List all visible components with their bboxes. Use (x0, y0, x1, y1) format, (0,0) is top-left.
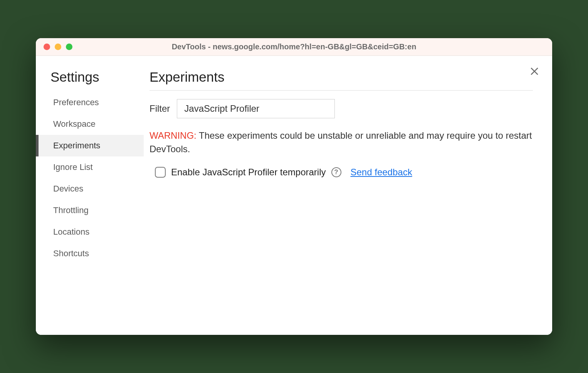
sidebar-item-experiments[interactable]: Experiments (36, 135, 144, 156)
settings-title: Settings (36, 69, 144, 92)
window-title: DevTools - news.google.com/home?hl=en-GB… (36, 42, 552, 51)
sidebar-item-ignore-list[interactable]: Ignore List (36, 156, 144, 178)
sidebar-item-locations[interactable]: Locations (36, 221, 144, 243)
filter-label: Filter (150, 103, 170, 114)
settings-sidebar: Settings Preferences Workspace Experimen… (36, 56, 144, 335)
sidebar-item-shortcuts[interactable]: Shortcuts (36, 243, 144, 264)
sidebar-item-devices[interactable]: Devices (36, 178, 144, 200)
experiment-checkbox[interactable] (155, 167, 166, 178)
sidebar-item-workspace[interactable]: Workspace (36, 113, 144, 135)
filter-input[interactable] (177, 99, 335, 118)
settings-content: Settings Preferences Workspace Experimen… (36, 56, 552, 335)
maximize-window-button[interactable] (66, 44, 72, 50)
sidebar-item-preferences[interactable]: Preferences (36, 92, 144, 113)
traffic-lights (44, 44, 72, 50)
devtools-window: DevTools - news.google.com/home?hl=en-GB… (36, 38, 552, 335)
send-feedback-link[interactable]: Send feedback (351, 167, 412, 178)
warning-message: WARNING: These experiments could be unst… (150, 129, 533, 156)
close-window-button[interactable] (44, 44, 50, 50)
warning-prefix: WARNING: (150, 130, 197, 141)
experiment-label: Enable JavaScript Profiler temporarily (171, 167, 326, 178)
experiment-row: Enable JavaScript Profiler temporarily ?… (150, 167, 533, 178)
page-heading: Experiments (150, 69, 533, 91)
filter-row: Filter (150, 99, 533, 118)
settings-main: Experiments Filter WARNING: These experi… (144, 56, 552, 335)
window-titlebar: DevTools - news.google.com/home?hl=en-GB… (36, 38, 552, 56)
sidebar-item-throttling[interactable]: Throttling (36, 200, 144, 221)
minimize-window-button[interactable] (55, 44, 61, 50)
warning-text: These experiments could be unstable or u… (150, 130, 532, 154)
help-icon[interactable]: ? (331, 167, 341, 177)
